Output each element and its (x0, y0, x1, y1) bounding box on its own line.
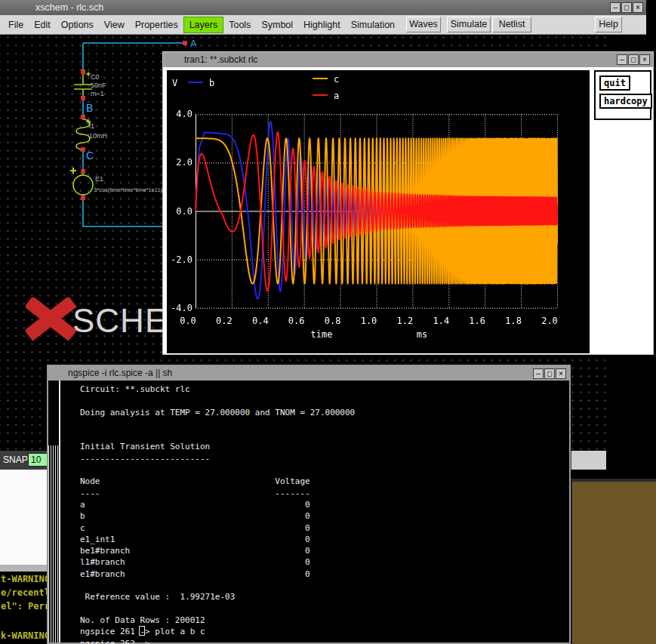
terminal-cursor (139, 626, 145, 636)
simulate-button[interactable]: Simulate (447, 17, 491, 32)
xschem-titlebar[interactable]: xschem - rlc.sch –□× (0, 0, 646, 15)
label-l1-ref: l1 (89, 122, 94, 130)
capacitor-c0[interactable] (74, 72, 92, 98)
xschem-menu: FileEditOptionsViewPropertiesLayersTools… (3, 15, 400, 35)
xschem-close-button[interactable]: × (633, 2, 643, 13)
scrollbar-thumb[interactable] (48, 381, 59, 445)
terminal-output: Circuit: **.subckt rlc Doing analysis at… (80, 384, 355, 644)
label-c0-extra: m=1 (91, 90, 104, 97)
background-terminal: t-WARNINGe/recentlyel": Perrk-WARNING (0, 572, 47, 644)
warning-line: e/recently (1, 587, 47, 598)
warning-line: k-WARNING (1, 630, 47, 641)
label-e1-expression: 3*cos(time*time*time*1e11) (94, 186, 163, 193)
terminal-text-area[interactable]: Circuit: **.subckt rlc Doing analysis at… (63, 381, 569, 644)
net-label-b[interactable]: B (86, 102, 93, 114)
plot-minimize-button[interactable]: – (617, 54, 627, 65)
scrollbar-trough[interactable] (48, 445, 59, 642)
statusbar-right-block (571, 451, 606, 470)
label-c0-ref: C0 (91, 73, 100, 81)
menu-item-properties[interactable]: Properties (130, 17, 183, 32)
component-labels: C0 50nF m=1 l1 10mH E1 3*cos(time*time*t… (89, 73, 163, 193)
logo-text: SCHEM (72, 302, 165, 339)
plot-window-controls: –□× (617, 54, 650, 65)
snap-label: SNAP: (3, 454, 30, 465)
terminal-window-title: ngspice -i rlc.spice -a || sh (68, 366, 172, 381)
net-label-a[interactable]: A (190, 38, 196, 49)
xschem-logo: SCHEM (26, 297, 165, 343)
plot-maximize-button[interactable]: □ (628, 54, 639, 65)
quit-button[interactable]: quit (599, 75, 630, 91)
xschem-menubar: FileEditOptionsViewPropertiesLayersTools… (0, 15, 646, 35)
terminal-window: ngspice -i rlc.spice -a || sh –□× Circui… (47, 365, 571, 644)
terminal-close-button[interactable]: × (556, 368, 566, 379)
help-button[interactable]: Help (595, 17, 622, 32)
xschem-window-title: xschem - rlc.sch (35, 0, 103, 15)
warning-line: t-WARNING (1, 574, 47, 584)
menu-item-tools[interactable]: Tools (223, 17, 256, 32)
plot-side-panel: quit hardcopy (594, 70, 651, 120)
background-window-border (0, 565, 47, 572)
menu-item-edit[interactable]: Edit (29, 17, 56, 32)
background-brown-window (571, 479, 656, 644)
logo-x-mark (26, 297, 77, 341)
terminal-scrollbar[interactable] (48, 381, 60, 642)
label-l1-value: 10mH (89, 132, 107, 140)
plot-window-titlebar[interactable]: tran1: **.subckt rlc –□× (163, 52, 653, 67)
net-label-c[interactable]: C (86, 149, 94, 162)
snap-input[interactable]: 10 (28, 453, 48, 467)
xschem-minimize-button[interactable]: – (610, 2, 621, 13)
plot-close-button[interactable]: × (639, 54, 650, 65)
xschem-window-controls: –□× (610, 2, 643, 13)
xschem-maximize-button[interactable]: □ (621, 2, 632, 13)
menu-item-view[interactable]: View (99, 17, 130, 32)
terminal-minimize-button[interactable]: – (533, 368, 544, 379)
menu-item-layers[interactable]: Layers (183, 17, 224, 33)
plot-window-title: tran1: **.subckt rlc (184, 52, 257, 67)
menu-item-file[interactable]: File (3, 17, 29, 32)
menu-item-simulation[interactable]: Simulation (346, 17, 400, 32)
hardcopy-button[interactable]: hardcopy (599, 94, 652, 109)
warning-line: el": Perr (1, 601, 47, 612)
menu-item-highlight[interactable]: Highlight (298, 17, 346, 32)
waves-button[interactable]: Waves (406, 17, 441, 32)
terminal-titlebar[interactable]: ngspice -i rlc.spice -a || sh –□× (48, 366, 569, 381)
menu-item-symbol[interactable]: Symbol (256, 17, 298, 32)
menu-item-options[interactable]: Options (56, 17, 99, 32)
plot-window: tran1: **.subckt rlc –□× quit hardcopy (162, 51, 654, 355)
waveform-plot-canvas (167, 70, 590, 353)
terminal-maximize-button[interactable]: □ (544, 368, 555, 379)
label-e1-ref: E1 (95, 175, 103, 183)
desktop: xschem - rlc.sch –□× FileEditOptionsView… (0, 0, 656, 644)
background-white-panel (0, 470, 47, 565)
label-c0-value: 50nF (91, 82, 106, 89)
terminal-window-controls: –□× (533, 368, 566, 379)
netlist-button[interactable]: Netlist (492, 17, 531, 32)
